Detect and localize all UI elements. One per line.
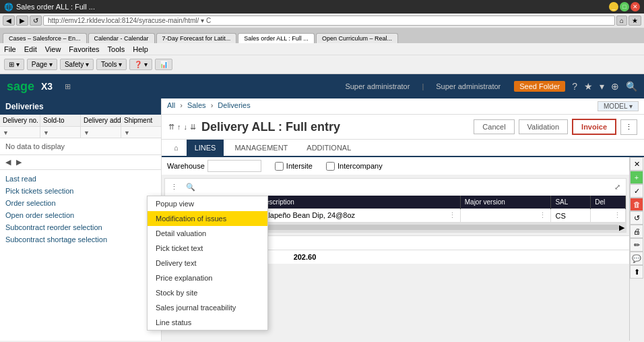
grid-search-icon[interactable]: 🔍	[183, 181, 198, 193]
bookmark-dropdown-icon[interactable]: ▾	[600, 81, 604, 92]
row-major-menu-icon[interactable]: ⋮	[539, 211, 546, 220]
scroll-right[interactable]: ▶	[13, 156, 24, 168]
forward-button[interactable]: ▶	[16, 16, 28, 26]
link-last-read[interactable]: Last read	[0, 173, 161, 185]
row-desc-menu-icon[interactable]: ⋮	[449, 211, 456, 220]
breadcrumb-sales[interactable]: Sales	[187, 101, 206, 109]
context-menu-line-status[interactable]: Line status	[148, 315, 267, 330]
nav-first-icon[interactable]: ⇈	[168, 123, 174, 132]
right-close-icon[interactable]: ✕	[630, 157, 643, 171]
menu-tools[interactable]: Tools	[108, 45, 125, 53]
right-refresh-icon[interactable]: ↺	[630, 211, 643, 225]
grid-icon[interactable]: ⊞	[65, 82, 71, 91]
toolbar-btn-2[interactable]: Page ▾	[27, 59, 57, 70]
intersite-checkbox[interactable]	[275, 162, 284, 171]
right-check-icon[interactable]: ✓	[630, 184, 643, 198]
tab-home[interactable]: ⌂	[168, 140, 184, 156]
more-button[interactable]: ⋮	[620, 119, 637, 135]
toolbar-btn-tools[interactable]: Tools ▾	[96, 59, 127, 70]
search-icon[interactable]: 🔍	[626, 81, 637, 92]
bookmark-icon[interactable]: ★	[584, 81, 593, 92]
browser-tab-sales[interactable]: Sales order ALL : Full ...	[238, 33, 315, 43]
browser-tab-cases[interactable]: Cases – Salesforce – En...	[3, 33, 87, 43]
context-menu-price-explanation[interactable]: Price explanation	[148, 270, 267, 285]
intercompany-checkbox[interactable]	[326, 162, 335, 171]
help-icon[interactable]: ?	[572, 81, 577, 92]
grid-menu-icon[interactable]: ⋮	[168, 181, 181, 193]
right-add-icon[interactable]: +	[630, 171, 643, 184]
scroll-left[interactable]: ◀	[3, 156, 13, 168]
ie-toolbar: ⊞ ▾ Page ▾ Safety ▾ Tools ▾ ❓ ▾ 📊	[0, 55, 644, 74]
nav-last-icon[interactable]: ⇊	[190, 123, 196, 132]
col-major-header: Major version	[460, 196, 551, 209]
address-bar[interactable]: http://emv12.rkldev.local:8124/syracuse-…	[43, 16, 615, 26]
link-open-order[interactable]: Open order selection	[0, 209, 161, 221]
menu-file[interactable]: File	[4, 45, 16, 53]
right-upload-icon[interactable]: ⬆	[630, 265, 643, 279]
menu-view[interactable]: View	[45, 45, 61, 53]
delivery-nav-icons: ⇈ ↑ ↓ ⇊	[168, 123, 196, 132]
intersite-label: Intersite	[286, 162, 313, 170]
row-sal: CS	[551, 209, 591, 223]
context-menu-delivery-text[interactable]: Delivery text	[148, 256, 267, 270]
tab-lines[interactable]: LINES	[187, 140, 224, 156]
including-tax-value: 202.60	[294, 253, 317, 261]
sage-header: sage X3 ⊞ Super administrator | Super ad…	[0, 74, 644, 98]
delivery-title: Delivery ALL : Full entry	[201, 120, 474, 134]
context-menu-pick-ticket[interactable]: Pick ticket text	[148, 241, 267, 256]
context-menu-sales-journal[interactable]: Sales journal traceability	[148, 300, 267, 315]
toolbar-btn-addon[interactable]: 📊	[155, 59, 172, 70]
link-order-selection[interactable]: Order selection	[0, 197, 161, 209]
toolbar-btn-1[interactable]: ⊞ ▾	[4, 59, 24, 70]
home-button[interactable]: ⌂	[616, 16, 627, 26]
invoice-button[interactable]: Invoice	[572, 119, 616, 135]
filter-cell-1: ▼	[0, 127, 40, 138]
tab-management[interactable]: MANAGEMENT	[226, 140, 296, 156]
seed-folder-badge[interactable]: Seed Folder	[514, 81, 565, 92]
context-menu-popup-view[interactable]: Popup view	[148, 196, 267, 211]
menu-edit[interactable]: Edit	[24, 45, 37, 53]
browser-tab-forecast[interactable]: 7-Day Forecast for Latit...	[156, 33, 237, 43]
row-del-menu-icon[interactable]: ⋮	[614, 211, 621, 220]
minimize-button[interactable]: _	[609, 2, 618, 11]
link-subcontract-reorder[interactable]: Subcontract reorder selection	[0, 221, 161, 233]
breadcrumb-deliveries[interactable]: Deliveries	[218, 101, 250, 109]
menu-help[interactable]: Help	[133, 45, 148, 53]
warehouse-input[interactable]	[207, 160, 261, 172]
col-delivery-no: Delivery no.	[0, 115, 40, 126]
right-edit-icon[interactable]: ✏	[630, 238, 643, 252]
row-description: Jalapeño Bean Dip, 24@8oz ⋮	[256, 209, 460, 223]
link-pick-tickets[interactable]: Pick tickets selection	[0, 185, 161, 197]
tab-additional[interactable]: ADDITIONAL	[298, 140, 359, 156]
close-button[interactable]: ✕	[631, 2, 640, 11]
reload-button[interactable]: ↺	[30, 16, 42, 26]
menu-favorites[interactable]: Favorites	[69, 45, 99, 53]
breadcrumb-all[interactable]: All	[167, 101, 175, 109]
model-badge[interactable]: MODEL ▾	[598, 101, 639, 111]
star-button[interactable]: ★	[629, 16, 641, 26]
breadcrumb-sep-1: ›	[180, 101, 183, 109]
restore-button[interactable]: □	[620, 2, 629, 11]
nav-next-icon[interactable]: ↓	[184, 123, 188, 131]
browser-tab-calendar[interactable]: Calendar - Calendar	[88, 33, 155, 43]
intercompany-field: Intercompany	[326, 162, 383, 171]
nav-prev-icon[interactable]: ↑	[177, 123, 181, 131]
cancel-button[interactable]: Cancel	[474, 119, 514, 134]
right-print-icon[interactable]: 🖨	[630, 225, 643, 238]
browser-tab-curriculum[interactable]: Open Curriculum – Real...	[316, 33, 398, 43]
toolbar-btn-help[interactable]: ❓ ▾	[129, 59, 152, 70]
context-menu-modification[interactable]: Modification of issues	[148, 211, 267, 226]
right-comment-icon[interactable]: 💬	[630, 252, 643, 265]
context-menu-stock-by-site[interactable]: Stock by site	[148, 285, 267, 300]
link-subcontract-shortage[interactable]: Subcontract shortage selection	[0, 233, 161, 246]
context-menu-detail-valuation[interactable]: Detail valuation	[148, 226, 267, 241]
back-button[interactable]: ◀	[3, 16, 15, 26]
validation-button[interactable]: Validation	[519, 119, 569, 134]
h-scroll-right[interactable]: ▶	[619, 223, 624, 232]
grid-expand-icon[interactable]: ⤢	[612, 181, 623, 193]
right-delete-icon[interactable]: 🗑	[630, 198, 643, 211]
compass-icon[interactable]: ⊕	[611, 81, 619, 92]
sage-x3-label: X3	[41, 81, 53, 92]
row-del: ⋮	[591, 209, 626, 223]
toolbar-btn-safety[interactable]: Safety ▾	[60, 59, 94, 70]
